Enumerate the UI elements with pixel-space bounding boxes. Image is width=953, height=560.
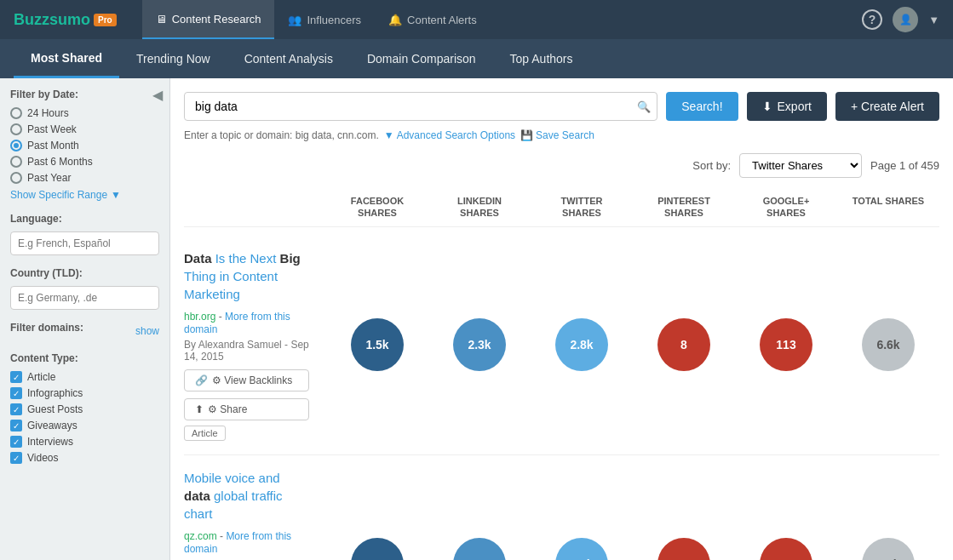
checkbox-giveaways[interactable]: Giveaways: [10, 420, 159, 431]
filter-domains-row: Filter domains: show: [10, 322, 159, 340]
result-title-link-1[interactable]: Data Is the Next Big Thing in Content Ma…: [184, 251, 301, 301]
checkbox-videos[interactable]: Videos: [10, 452, 159, 464]
filter-domains-section: Filter domains: show: [10, 322, 159, 340]
filter-domains-show[interactable]: show: [135, 325, 159, 337]
user-avatar[interactable]: 👤: [893, 7, 918, 32]
nav-content-alerts[interactable]: 🔔 Content Alerts: [375, 0, 491, 39]
subnav-content-analysis[interactable]: Content Analysis: [227, 39, 350, 78]
total-shares-1: 6.6k: [837, 318, 939, 371]
linkedin-circle-1: 2.3k: [453, 318, 506, 371]
subnav-domain-comparison[interactable]: Domain Comparison: [350, 39, 493, 78]
search-input[interactable]: [184, 92, 657, 121]
result-domain-2: qz.com: [184, 530, 220, 542]
content-type-label: Content Type:: [10, 352, 159, 364]
share-icon: ⬆: [195, 403, 204, 415]
facebook-shares-2: 933: [326, 538, 428, 560]
facebook-circle-2: 933: [351, 538, 404, 560]
checkbox-guest-posts[interactable]: Guest Posts: [10, 403, 159, 415]
result-tag-1: Article: [184, 426, 226, 441]
help-button[interactable]: ?: [862, 9, 882, 30]
chevron-down-icon: ▼: [111, 189, 121, 201]
checkbox-article[interactable]: Article: [10, 371, 159, 383]
search-button[interactable]: Search!: [666, 92, 738, 121]
radio-past-year[interactable]: Past Year: [10, 172, 159, 184]
chevron-down-icon: ▼: [384, 129, 394, 141]
radio-circle-year: [10, 172, 22, 184]
radio-24h[interactable]: 24 Hours: [10, 107, 159, 119]
avatar-dropdown-icon[interactable]: ▼: [928, 14, 939, 26]
linkedin-shares-2: 396: [428, 538, 531, 560]
subnav-top-authors[interactable]: Top Authors: [493, 39, 590, 78]
pinterest-shares-2: 0: [633, 538, 735, 560]
language-label: Language:: [10, 213, 159, 225]
total-circle-1: 6.6k: [862, 318, 915, 371]
filter-by-date: Filter by Date: 24 Hours Past Week Past …: [10, 89, 159, 201]
hint-row: Enter a topic or domain: big data, cnn.c…: [184, 129, 939, 141]
radio-circle-week: [10, 123, 22, 135]
th-linkedin: LINKEDINSHARES: [428, 195, 531, 220]
view-backlinks-btn-1[interactable]: 🔗 ⚙ View Backlinks: [184, 369, 309, 391]
nav-content-research[interactable]: 🖥 Content Research: [142, 0, 275, 39]
domain-link-2[interactable]: qz.com: [184, 530, 217, 542]
googleplus-shares-1: 113: [735, 318, 837, 371]
country-label: Country (TLD):: [10, 267, 159, 279]
facebook-shares-1: 1.5k: [326, 318, 428, 371]
radio-circle-month: [10, 140, 22, 151]
create-alert-button[interactable]: + Create Alert: [835, 92, 939, 121]
content-area: 🔍 Search! ⬇ Export + Create Alert Enter …: [170, 78, 953, 560]
monitor-icon: 🖥: [156, 13, 167, 26]
twitter-shares-2: 2.5k: [531, 538, 633, 560]
facebook-circle-1: 1.5k: [351, 318, 404, 371]
result-domain-1: hbr.org: [184, 311, 219, 323]
bell-icon: 🔔: [388, 14, 402, 26]
people-icon: 👥: [288, 14, 301, 26]
sidebar-collapse-button[interactable]: ◀: [152, 87, 163, 103]
checkbox-interviews[interactable]: Interviews: [10, 436, 159, 448]
subnav-trending-now[interactable]: Trending Now: [119, 39, 227, 78]
radio-past-month[interactable]: Past Month: [10, 140, 159, 151]
country-input[interactable]: [10, 286, 159, 310]
radio-past-week[interactable]: Past Week: [10, 123, 159, 135]
save-search-link[interactable]: 💾 Save Search: [520, 129, 594, 141]
advanced-search-link[interactable]: ▼ Advanced Search Options: [384, 129, 515, 141]
content-type-list: Article Infographics Guest Posts Giveawa…: [10, 371, 159, 464]
result-title-link-2[interactable]: Mobile voice and data global traffic cha…: [184, 471, 283, 521]
sort-row: Sort by: Twitter Shares Facebook Shares …: [184, 153, 939, 178]
language-input[interactable]: [10, 231, 159, 255]
nav-influencers[interactable]: 👥 Influencers: [274, 0, 375, 39]
result-title-1: Data Is the Next Big Thing in Content Ma…: [184, 249, 309, 303]
filter-country: Country (TLD):: [10, 267, 159, 310]
table-row: Mobile voice and data global traffic cha…: [184, 455, 939, 560]
table-header: FACEBOOKSHARES LINKEDINSHARES TWITTERSHA…: [184, 188, 939, 227]
th-pinterest: PINTERESTSHARES: [633, 195, 735, 220]
domain-link-1[interactable]: hbr.org: [184, 311, 215, 323]
googleplus-circle-1: 113: [760, 318, 812, 371]
subnav-most-shared[interactable]: Most Shared: [14, 39, 119, 78]
googleplus-shares-2: 26: [735, 538, 837, 560]
table-row: Data Is the Next Big Thing in Content Ma…: [184, 236, 939, 455]
checkbox-infographics[interactable]: Infographics: [10, 387, 159, 399]
sort-select[interactable]: Twitter Shares Facebook Shares LinkedIn …: [739, 153, 862, 178]
top-nav-items: 🖥 Content Research 👥 Influencers 🔔 Conte…: [142, 0, 862, 39]
export-button[interactable]: ⬇ Export: [747, 92, 827, 121]
pro-badge: Pro: [94, 14, 117, 26]
logo[interactable]: Buzzsumo Pro: [14, 11, 117, 29]
radio-past-6months[interactable]: Past 6 Months: [10, 156, 159, 168]
search-bar: 🔍 Search! ⬇ Export + Create Alert: [184, 92, 939, 121]
main-layout: ◀ Filter by Date: 24 Hours Past Week Pas…: [0, 78, 953, 560]
pinterest-shares-1: 8: [633, 318, 735, 371]
checkbox-box-interviews: [10, 436, 22, 448]
googleplus-circle-2: 26: [760, 538, 812, 560]
th-facebook: FACEBOOKSHARES: [326, 195, 428, 220]
date-radio-group: 24 Hours Past Week Past Month Past 6 Mon…: [10, 107, 159, 184]
export-icon: ⬇: [762, 100, 772, 113]
sidebar: ◀ Filter by Date: 24 Hours Past Week Pas…: [0, 78, 170, 560]
share-btn-1[interactable]: ⬆ ⚙ Share: [184, 398, 309, 420]
result-meta-1: By Alexandra Samuel - Sep 14, 2015: [184, 339, 309, 363]
filter-language: Language:: [10, 213, 159, 255]
th-total: TOTAL SHARES: [837, 195, 939, 220]
save-icon: 💾: [520, 129, 533, 141]
search-icon[interactable]: 🔍: [637, 100, 651, 113]
show-specific-range[interactable]: Show Specific Range ▼: [10, 189, 159, 201]
result-content-2: Mobile voice and data global traffic cha…: [184, 469, 326, 560]
